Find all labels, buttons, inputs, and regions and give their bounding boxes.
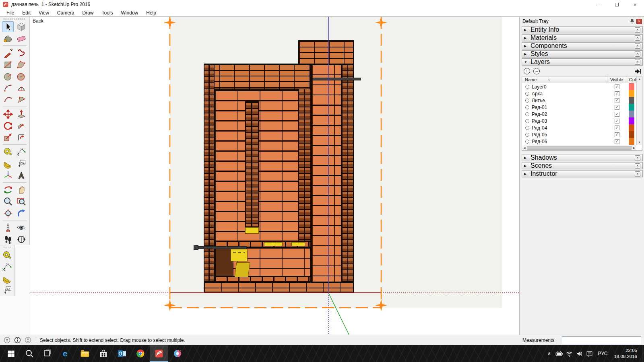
taskbar-start-icon[interactable] xyxy=(2,345,20,362)
layer-details-arrow-icon[interactable] xyxy=(634,69,641,74)
visible-checkbox[interactable]: ✓ xyxy=(615,105,619,110)
drawing-area[interactable]: Back xyxy=(31,17,519,335)
move-tool[interactable] xyxy=(2,109,14,119)
previous-tool[interactable] xyxy=(16,208,27,218)
text-tool[interactable]: A1 xyxy=(2,285,13,296)
rotate-tool[interactable] xyxy=(2,120,14,131)
layer-color-swatch[interactable] xyxy=(629,111,634,117)
section-materials[interactable]: ▶Materials× xyxy=(522,34,643,41)
chimney-left-wall-section[interactable] xyxy=(298,64,311,241)
menu-window[interactable]: Window xyxy=(117,10,142,16)
damper-rod-right[interactable] xyxy=(312,78,361,80)
layer-row[interactable]: Layer0✓ xyxy=(522,83,642,90)
walk-tool[interactable] xyxy=(2,234,14,245)
firebox-door[interactable] xyxy=(231,249,248,261)
freehand-tool[interactable] xyxy=(16,47,27,58)
hidden-icons-chevron[interactable]: ∧ xyxy=(544,351,554,356)
position-camera-tool[interactable] xyxy=(2,222,14,233)
menu-camera[interactable]: Camera xyxy=(53,10,78,16)
section-layers[interactable]: ▼ Layers × xyxy=(522,58,643,66)
pie-tool[interactable] xyxy=(16,94,27,105)
layer-radio[interactable] xyxy=(525,133,529,137)
section-instructor[interactable]: ▶Instructor× xyxy=(522,170,643,177)
action-center-icon[interactable] xyxy=(584,350,594,358)
visible-checkbox[interactable]: ✓ xyxy=(615,119,619,123)
rotated-rectangle-tool[interactable] xyxy=(16,59,27,70)
layer-row[interactable]: Арка✓ xyxy=(522,90,642,97)
layer-row[interactable]: Ряд-06✓ xyxy=(522,138,642,145)
minimize-button[interactable]: — xyxy=(590,0,608,9)
layer-radio[interactable] xyxy=(525,126,529,130)
layer-color-swatch[interactable] xyxy=(629,90,634,97)
section-close-button[interactable]: × xyxy=(635,171,640,177)
add-layer-button[interactable]: + xyxy=(524,68,530,74)
layer-color-swatch[interactable] xyxy=(629,83,634,90)
three-point-arc-tool[interactable] xyxy=(2,94,14,105)
layer-row[interactable]: Ряд-01✓ xyxy=(522,104,642,111)
two-point-arc-tool[interactable] xyxy=(16,82,27,93)
remove-layer-button[interactable]: − xyxy=(533,68,540,74)
layer-radio[interactable] xyxy=(525,119,529,123)
section-scenes[interactable]: ▶Scenes× xyxy=(522,162,643,169)
section-entity-info[interactable]: ▶Entity Info× xyxy=(522,26,643,33)
chimney-flue-face[interactable] xyxy=(311,64,342,292)
cleanout-rod-left[interactable] xyxy=(196,246,247,249)
column-header-name[interactable]: Name▽ xyxy=(522,76,607,83)
oven-metal-strip-left[interactable] xyxy=(264,242,283,246)
language-indicator[interactable]: РУС xyxy=(594,351,611,356)
section-close-button[interactable]: × xyxy=(635,51,640,57)
paint-bucket-tool[interactable] xyxy=(2,33,14,44)
vertical-scrollbar[interactable]: ▲▼ xyxy=(636,76,642,145)
chimney-top-courses[interactable] xyxy=(298,40,354,64)
measurements-input[interactable] xyxy=(562,336,641,344)
make-component-tool[interactable] xyxy=(16,21,27,32)
maximize-button[interactable] xyxy=(608,0,626,9)
tape-measure-tool[interactable] xyxy=(2,250,13,261)
credits-info-button[interactable] xyxy=(14,337,21,343)
circle-tool[interactable] xyxy=(2,71,14,82)
taskbar-sketchup-icon[interactable] xyxy=(150,345,168,362)
layer-color-swatch[interactable] xyxy=(629,124,634,131)
section-close-button[interactable]: × xyxy=(635,35,640,41)
layer-color-swatch[interactable] xyxy=(629,131,634,138)
menu-draw[interactable]: Draw xyxy=(78,10,98,16)
section-components[interactable]: ▶Components× xyxy=(522,42,643,49)
taskbar-file-explorer-icon[interactable] xyxy=(76,345,94,362)
toolbar-drag-handle[interactable] xyxy=(4,247,11,248)
pan-tool[interactable] xyxy=(16,184,27,195)
section-shadows[interactable]: ▶Shadows× xyxy=(522,154,643,161)
text-tool[interactable]: A1 xyxy=(16,158,27,169)
arc-tool[interactable] xyxy=(2,82,14,93)
zoom-tool[interactable] xyxy=(2,196,14,207)
follow-me-tool[interactable] xyxy=(16,120,27,131)
toolbar-drag-handle[interactable] xyxy=(4,18,26,20)
scrollbar-thumb[interactable] xyxy=(527,146,631,150)
oven-metal-strip-right[interactable] xyxy=(291,242,305,246)
layer-row[interactable]: Ряд-05✓ xyxy=(522,131,642,138)
dimension-tool[interactable] xyxy=(16,146,27,157)
ash-pan-panel[interactable] xyxy=(235,262,250,278)
visible-checkbox[interactable]: ✓ xyxy=(615,84,619,89)
wifi-icon[interactable] xyxy=(564,350,574,358)
pin-icon[interactable] xyxy=(630,19,634,24)
horizontal-scrollbar[interactable]: ◀▶ xyxy=(522,145,636,150)
three-d-text-tool[interactable] xyxy=(16,170,27,181)
menu-view[interactable]: View xyxy=(35,10,53,16)
hearth-course[interactable] xyxy=(215,277,311,282)
tray-close-button[interactable]: × xyxy=(636,19,642,24)
layer-color-swatch[interactable] xyxy=(629,104,634,111)
section-close-button[interactable]: × xyxy=(635,155,640,160)
menu-tools[interactable]: Tools xyxy=(98,10,117,16)
show-desktop-button[interactable] xyxy=(642,345,644,362)
eraser-tool[interactable] xyxy=(16,33,27,44)
sign-in-button[interactable] xyxy=(25,337,31,343)
taskbar-task-view-icon[interactable] xyxy=(39,345,57,362)
taskbar-photo-app-icon[interactable] xyxy=(168,345,187,362)
line-tool[interactable] xyxy=(2,47,14,58)
rectangle-tool[interactable] xyxy=(2,59,14,70)
turn-around-tool[interactable] xyxy=(16,234,27,245)
layer-row[interactable]: Литье✓ xyxy=(522,97,642,104)
column-header-visible[interactable]: Visible xyxy=(607,76,626,83)
taskbar-outlook-icon[interactable] xyxy=(113,345,131,362)
layer-radio[interactable] xyxy=(525,85,529,89)
